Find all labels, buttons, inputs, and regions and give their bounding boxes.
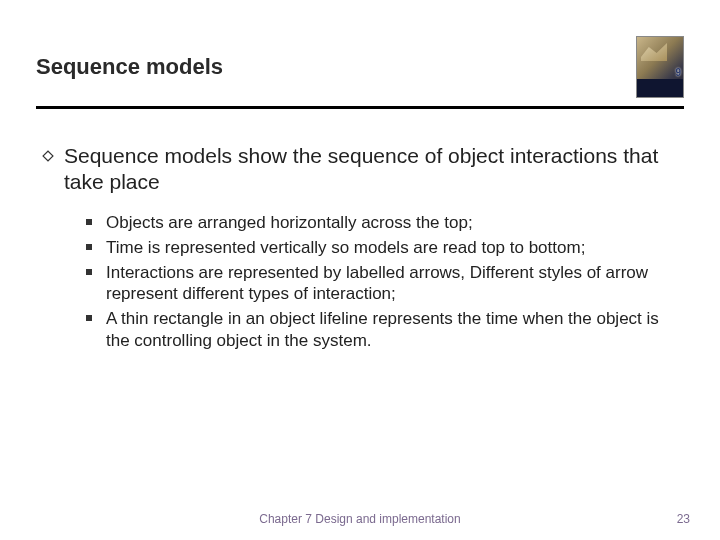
main-bullet-text: Sequence models show the sequence of obj…: [64, 143, 684, 194]
svg-rect-0: [43, 151, 53, 161]
title-divider: [36, 106, 684, 109]
content-area: Sequence models show the sequence of obj…: [36, 143, 684, 352]
diamond-bullet-icon: [42, 150, 54, 162]
book-caption: SOFTWARE ENGINEERING: [637, 86, 683, 95]
page-number: 23: [677, 512, 690, 526]
main-bullet: Sequence models show the sequence of obj…: [42, 143, 684, 194]
page-title: Sequence models: [36, 36, 223, 80]
list-item: Interactions are represented by labelled…: [86, 262, 684, 306]
footer-text: Chapter 7 Design and implementation: [259, 512, 460, 526]
book-edition-number: 9: [675, 67, 681, 78]
header-row: Sequence models 9 SOFTWARE ENGINEERING: [36, 36, 684, 98]
footer: Chapter 7 Design and implementation: [0, 512, 720, 526]
list-item: Objects are arranged horizontally across…: [86, 212, 684, 234]
book-cover-thumbnail: 9 SOFTWARE ENGINEERING: [636, 36, 684, 98]
slide: Sequence models 9 SOFTWARE ENGINEERING S…: [0, 0, 720, 540]
list-item: A thin rectangle in an object lifeline r…: [86, 308, 684, 352]
list-item: Time is represented vertically so models…: [86, 237, 684, 259]
sub-bullet-list: Objects are arranged horizontally across…: [42, 212, 684, 352]
